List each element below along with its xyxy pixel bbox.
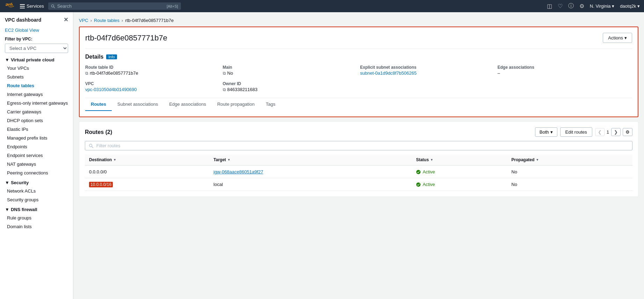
table-row: 0.0.0.0/0igw-068aace86051a9f27ActiveNo bbox=[85, 165, 632, 178]
explicit-subnet-link[interactable]: subnet-0a1d9dc8f7b506265 bbox=[360, 70, 417, 76]
owner-id-label: Owner ID bbox=[223, 81, 358, 86]
caret-icon: ▼ bbox=[5, 57, 9, 62]
main-val-text: No bbox=[227, 70, 233, 76]
both-label: Both bbox=[540, 129, 549, 135]
section-label-security: Security bbox=[11, 180, 29, 185]
sidebar-item-subnets[interactable]: Subnets bbox=[0, 73, 73, 81]
sidebar-item-internet-gateways[interactable]: Internet gateways bbox=[0, 90, 73, 99]
edit-routes-button[interactable]: Edit routes bbox=[560, 127, 592, 137]
search-input[interactable] bbox=[57, 3, 164, 9]
sidebar-item-carrier-gateways[interactable]: Carrier gateways bbox=[0, 107, 73, 116]
sidebar-item-rule-groups[interactable]: Rule groups bbox=[0, 214, 73, 222]
detail-route-table-id: Route table ID ⧉ rtb-04f7d6e0857771b7e bbox=[85, 65, 220, 76]
pagination-next-button[interactable]: ❯ bbox=[611, 128, 621, 136]
both-caret-icon: ▾ bbox=[550, 129, 553, 135]
sidebar-item-your-vpcs[interactable]: Your VPCs bbox=[0, 64, 73, 73]
col-propagated[interactable]: Propagated ▼ bbox=[507, 155, 632, 165]
svg-point-7 bbox=[416, 170, 420, 174]
vpc-label: VPC bbox=[85, 81, 220, 86]
row-propagated: No bbox=[507, 178, 632, 191]
sidebar-item-network-acls[interactable]: Network ACLs bbox=[0, 187, 73, 195]
nav-region[interactable]: N. Virginia ▾ bbox=[590, 3, 614, 9]
detail-title-row: rtb-04f7d6e0857771b7e Actions ▾ bbox=[85, 33, 632, 43]
breadcrumb-sep-2: › bbox=[122, 18, 123, 23]
route-table-id-label: Route table ID bbox=[85, 65, 220, 70]
col-target[interactable]: Target ▼ bbox=[209, 155, 412, 165]
destination-highlighted: 10.0.0.0/16 bbox=[89, 182, 113, 187]
svg-point-5 bbox=[89, 144, 92, 147]
sidebar-close-button[interactable]: ✕ bbox=[64, 16, 68, 23]
sidebar-item-security-groups[interactable]: Security groups bbox=[0, 195, 73, 204]
main-content: VPC › Route tables › rtb-04f7d6e0857771b… bbox=[73, 12, 644, 299]
sidebar-ec2-global-view-link[interactable]: EC2 Global View bbox=[0, 26, 73, 35]
sidebar-item-elastic-ips[interactable]: Elastic IPs bbox=[0, 125, 73, 134]
tab-edge-associations[interactable]: Edge associations bbox=[163, 98, 212, 111]
sidebar-item-peering-connections[interactable]: Peering connections bbox=[0, 169, 73, 177]
services-button[interactable]: Services bbox=[20, 3, 44, 9]
explicit-subnet-label: Explicit subnet associations bbox=[360, 65, 495, 70]
aws-logo[interactable] bbox=[4, 2, 15, 10]
row-status: Active bbox=[412, 178, 507, 191]
filter-by-vpc-label: Filter by VPC: bbox=[0, 35, 73, 42]
nav-user-icon[interactable]: ◫ bbox=[547, 3, 552, 9]
section-header-dns-firewall[interactable]: ▼ DNS firewall bbox=[0, 204, 73, 214]
tab-route-propagation[interactable]: Route propagation bbox=[212, 98, 260, 111]
sidebar: VPC dashboard ✕ EC2 Global View Filter b… bbox=[0, 12, 73, 299]
destination-sort-icon: ▼ bbox=[113, 158, 116, 162]
pagination-prev-button[interactable]: ❮ bbox=[595, 128, 605, 136]
filter-routes-input[interactable] bbox=[96, 143, 629, 148]
target-link[interactable]: igw-068aace86051a9f27 bbox=[213, 169, 263, 174]
vpc-filter-select[interactable]: Select a VPC bbox=[5, 44, 68, 53]
detail-main: Main ⧉ No bbox=[223, 65, 358, 76]
breadcrumb-route-tables-link[interactable]: Route tables bbox=[94, 18, 119, 23]
nav-settings-icon[interactable]: ⚙ bbox=[579, 3, 584, 9]
actions-button[interactable]: Actions ▾ bbox=[603, 33, 632, 43]
sidebar-item-endpoint-services[interactable]: Endpoint services bbox=[0, 151, 73, 160]
sidebar-item-domain-lists[interactable]: Domain lists bbox=[0, 222, 73, 231]
sidebar-item-nat-gateways[interactable]: NAT gateways bbox=[0, 160, 73, 169]
row-destination: 0.0.0.0/0 bbox=[85, 165, 209, 178]
top-navigation: Services [Alt+S] ◫ ♡ ⓘ ⚙ N. Virginia ▾ d… bbox=[0, 0, 644, 12]
tab-tags[interactable]: Tags bbox=[260, 98, 281, 111]
copy-route-table-id-icon[interactable]: ⧉ bbox=[85, 71, 88, 76]
table-header: Destination ▼ Target ▼ S bbox=[85, 155, 632, 165]
status-active-icon bbox=[416, 182, 421, 187]
row-destination: 10.0.0.0/16 bbox=[85, 178, 209, 191]
breadcrumb-vpc-link[interactable]: VPC bbox=[79, 18, 88, 23]
route-table-id-text: rtb-04f7d6e0857771b7e bbox=[90, 70, 138, 76]
col-destination[interactable]: Destination ▼ bbox=[85, 155, 209, 165]
copy-main-icon[interactable]: ⧉ bbox=[223, 71, 226, 76]
sidebar-item-egress-gateways[interactable]: Egress-only internet gateways bbox=[0, 99, 73, 107]
copy-owner-id-icon[interactable]: ⧉ bbox=[223, 87, 226, 92]
breadcrumb-current: rtb-04f7d6e0857771b7e bbox=[125, 18, 174, 23]
caret-security-icon: ▼ bbox=[5, 180, 9, 185]
info-badge[interactable]: Info bbox=[106, 54, 117, 59]
sidebar-item-endpoints[interactable]: Endpoints bbox=[0, 142, 73, 151]
page-layout: VPC dashboard ✕ EC2 Global View Filter b… bbox=[0, 12, 644, 299]
sidebar-item-managed-prefix-lists[interactable]: Managed prefix lists bbox=[0, 134, 73, 142]
detail-edge-assoc: Edge associations – bbox=[498, 65, 632, 76]
routes-title: Routes (2) bbox=[85, 129, 112, 135]
row-status: Active bbox=[412, 165, 507, 178]
both-filter-button[interactable]: Both ▾ bbox=[535, 127, 557, 137]
main-val: ⧉ No bbox=[223, 70, 358, 76]
svg-rect-1 bbox=[20, 6, 25, 7]
details-heading: Details bbox=[85, 54, 103, 60]
section-header-vpc[interactable]: ▼ Virtual private cloud bbox=[0, 54, 73, 64]
vpc-link[interactable]: vpc-031050d4b01490690 bbox=[85, 87, 137, 92]
search-shortcut: [Alt+S] bbox=[167, 4, 178, 8]
section-header-security[interactable]: ▼ Security bbox=[0, 177, 73, 187]
col-status[interactable]: Status ▼ bbox=[412, 155, 507, 165]
nav-bell-icon[interactable]: ♡ bbox=[558, 3, 563, 9]
nav-help-icon[interactable]: ⓘ bbox=[568, 2, 574, 10]
sidebar-item-route-tables[interactable]: Route tables bbox=[0, 81, 73, 90]
filter-bar bbox=[85, 141, 632, 150]
sidebar-item-dhcp[interactable]: DHCP option sets bbox=[0, 116, 73, 125]
table-settings-button[interactable]: ⚙ bbox=[623, 128, 632, 136]
tab-routes[interactable]: Routes bbox=[85, 98, 112, 111]
edge-assoc-label: Edge associations bbox=[498, 65, 632, 70]
status-badge: Active bbox=[416, 182, 503, 187]
sidebar-header: VPC dashboard ✕ bbox=[0, 12, 73, 26]
tab-subnet-associations[interactable]: Subnet associations bbox=[112, 98, 163, 111]
nav-user[interactable]: daotq2k ▾ bbox=[620, 3, 640, 9]
